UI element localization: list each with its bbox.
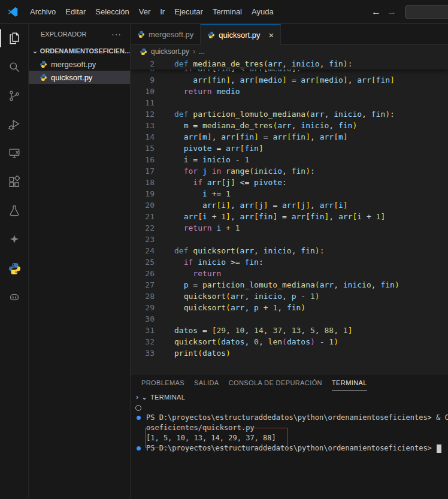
- line-number: 25: [131, 256, 155, 268]
- editor-tab-bar: mergesoft.py quicksort.py ×: [131, 24, 448, 45]
- code-line[interactable]: 32quicksort(datos, 0, len(datos) - 1): [131, 336, 448, 347]
- activity-item-search[interactable]: [0, 53, 29, 81]
- sticky-scroll-line[interactable]: 2def mediana_de_tres(arr, inicio, fin):: [131, 58, 448, 69]
- code-text: i = inicio - 1: [155, 154, 249, 165]
- line-number: 22: [131, 222, 155, 234]
- code-line[interactable]: 15 pivote = arr[fin]: [131, 143, 448, 154]
- code-line[interactable]: 28 quicksort(arr, inicio, p - 1): [131, 291, 448, 302]
- chevron-right-icon[interactable]: ›: [136, 393, 138, 401]
- code-line[interactable]: 23: [131, 234, 448, 245]
- history-nav: ← →: [371, 7, 396, 17]
- code-line[interactable]: 21 arr[i + 1], arr[fin] = arr[fin], arr[…: [131, 211, 448, 222]
- file-item-mergesoft[interactable]: mergesoft.py: [29, 58, 130, 71]
- close-icon[interactable]: ×: [269, 31, 274, 40]
- code-line[interactable]: 30: [131, 313, 448, 325]
- activity-item-run-debug[interactable]: [0, 110, 29, 139]
- activity-item-extensions[interactable]: [0, 168, 29, 196]
- chevron-down-icon: ⌄: [31, 47, 39, 55]
- breadcrumb-rest[interactable]: ...: [199, 47, 205, 56]
- python-file-icon: [40, 74, 47, 81]
- menu-item-ejecutar[interactable]: Ejecutar: [169, 5, 208, 19]
- menu-item-ayuda[interactable]: Ayuda: [247, 5, 279, 19]
- code-line[interactable]: 24def quicksort(arr, inicio, fin):: [131, 245, 448, 256]
- line-number: 27: [131, 279, 155, 291]
- terminal-output[interactable]: PS D:\proyectos\estructuraddedatos\pytho…: [131, 403, 448, 498]
- monitor-x-icon: [8, 147, 21, 160]
- code-line[interactable]: 25 if inicio >= fin:: [131, 256, 448, 268]
- menu-item-archivo[interactable]: Archivo: [25, 5, 60, 19]
- panel-tab-consola-depuracion[interactable]: CONSOLA DE DEPURACIÓN: [229, 374, 322, 391]
- activity-item-chat[interactable]: [0, 225, 29, 254]
- code-editor[interactable]: 2def mediana_de_tres(arr, inicio, fin): …: [131, 58, 448, 374]
- menu-item-seleccion[interactable]: Selección: [90, 5, 134, 19]
- sparkle-icon: [8, 233, 21, 246]
- terminal-cursor: [437, 444, 441, 453]
- file-name: quicksort.py: [51, 73, 92, 82]
- git-branch-icon: [8, 89, 21, 102]
- activity-item-remote-explorer[interactable]: [0, 139, 29, 168]
- code-line[interactable]: 16 i = inicio - 1: [131, 154, 448, 165]
- panel-tab-salida[interactable]: SALIDA: [194, 374, 219, 391]
- menu-item-editar[interactable]: Editar: [60, 5, 90, 19]
- activity-item-explorer[interactable]: [0, 24, 29, 53]
- activity-item-copilot[interactable]: [0, 283, 29, 312]
- code-line[interactable]: 14 arr[m], arr[fin] = arr[fin], arr[m]: [131, 131, 448, 143]
- code-line[interactable]: 33print(datos): [131, 347, 448, 359]
- code-text: i += 1: [155, 188, 231, 199]
- code-line[interactable]: 19 i += 1: [131, 188, 448, 199]
- line-number: 10: [131, 86, 155, 97]
- panel-tab-problemas[interactable]: PROBLEMAS: [141, 374, 184, 391]
- line-number: 16: [131, 154, 155, 165]
- tab-quicksort[interactable]: quicksort.py ×: [201, 24, 281, 45]
- code-text: [155, 97, 174, 108]
- copilot-icon: [8, 291, 21, 304]
- code-line[interactable]: 26 return: [131, 268, 448, 279]
- menu-item-terminal[interactable]: Terminal: [208, 5, 247, 19]
- menu-item-ir[interactable]: Ir: [155, 5, 169, 19]
- debug-play-bug-icon: [8, 118, 21, 131]
- sidebar-title: EXPLORADOR: [41, 31, 86, 38]
- code-line[interactable]: 20 arr[i], arr[j] = arr[j], arr[i]: [131, 199, 448, 211]
- more-actions-icon[interactable]: ···: [111, 29, 122, 39]
- back-button[interactable]: ←: [371, 7, 381, 17]
- activity-item-testing[interactable]: [0, 196, 29, 225]
- line-number: 29: [131, 302, 155, 313]
- python-icon: [8, 262, 22, 276]
- terminal-rows: PS D:\proyectos\estructuraddedatos\pytho…: [131, 403, 448, 453]
- chevron-down-icon[interactable]: ⌄: [141, 393, 147, 401]
- code-line[interactable]: 29 quicksort(arr, p + 1, fin): [131, 302, 448, 313]
- python-file-icon: [40, 61, 47, 68]
- forward-button[interactable]: →: [387, 7, 396, 17]
- file-item-quicksort[interactable]: quicksort.py: [29, 71, 130, 84]
- code-line[interactable]: 18 if arr[j] <= pivote:: [131, 177, 448, 188]
- breadcrumb-file[interactable]: quicksort.py: [151, 47, 189, 56]
- folder-row[interactable]: ⌄ ORDENAMIENTOSEFICIEN...: [29, 44, 130, 58]
- command-center-search[interactable]: [405, 5, 448, 19]
- code-line[interactable]: 12def particion_lomuto_mediana(arr, inic…: [131, 108, 448, 120]
- code-line[interactable]: 10 return medio: [131, 86, 448, 97]
- code-line[interactable]: 11: [131, 97, 448, 108]
- code-line[interactable]: 13 m = mediana_de_tres(arr, inicio, fin): [131, 120, 448, 131]
- code-text: for j in range(inicio, fin):: [155, 165, 315, 177]
- vscode-logo-icon: [7, 6, 19, 18]
- terminal-line: PS D:\proyectos\estructuraddedatos\pytho…: [131, 413, 448, 423]
- line-number: 31: [131, 325, 155, 336]
- breadcrumb[interactable]: quicksort.py › ...: [131, 45, 448, 58]
- code-line[interactable]: 22 return i + 1: [131, 222, 448, 234]
- code-line[interactable]: 31datos = [29, 10, 14, 37, 13, 5, 88, 1]: [131, 325, 448, 336]
- title-bar: Archivo Editar Selección Ver Ir Ejecutar…: [0, 0, 448, 24]
- code-line[interactable]: 27 p = particion_lomuto_mediana(arr, ini…: [131, 279, 448, 291]
- command-decoration-dot-icon: [131, 416, 146, 420]
- activity-item-python[interactable]: [0, 254, 29, 283]
- line-number: 9: [131, 74, 155, 86]
- workbench: EXPLORADOR ··· ⌄ ORDENAMIENTOSEFICIEN...…: [0, 24, 448, 498]
- tab-mergesoft[interactable]: mergesoft.py: [131, 24, 201, 44]
- code-line[interactable]: 9 arr[fin], arr[medio] = arr[medio], arr…: [131, 74, 448, 86]
- code-text: quicksort(arr, p + 1, fin): [155, 302, 305, 313]
- terminal-text: PS D:\proyectos\estructuraddedatos\pytho…: [146, 413, 448, 423]
- panel-tab-terminal[interactable]: TERMINAL: [332, 374, 367, 391]
- menu-item-ver[interactable]: Ver: [134, 5, 156, 19]
- activity-item-source-control[interactable]: [0, 81, 29, 110]
- line-number: 24: [131, 245, 155, 256]
- code-line[interactable]: 17 for j in range(inicio, fin):: [131, 165, 448, 177]
